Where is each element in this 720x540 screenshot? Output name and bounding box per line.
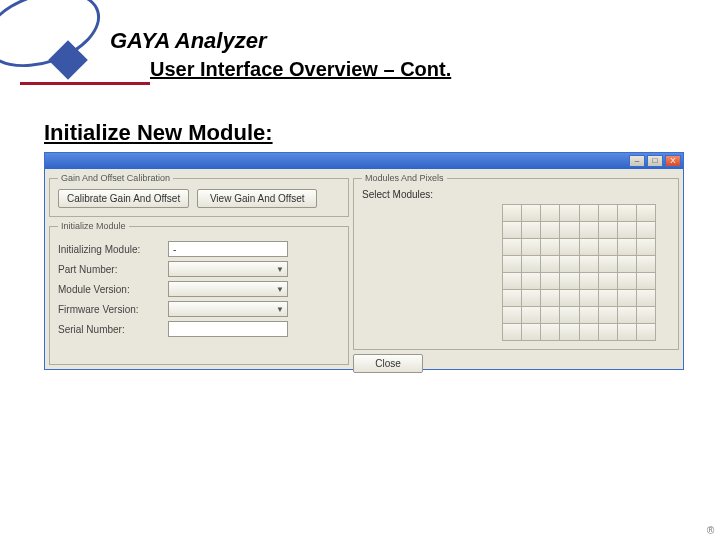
- chevron-down-icon: ▼: [276, 285, 284, 294]
- maximize-button[interactable]: □: [647, 155, 663, 167]
- module-cell[interactable]: [522, 256, 540, 272]
- initializing-module-label: Initializing Module:: [58, 244, 168, 255]
- module-cell[interactable]: [618, 290, 636, 306]
- module-cell[interactable]: [580, 239, 598, 255]
- initializing-module-value: -: [168, 241, 288, 257]
- module-cell[interactable]: [522, 307, 540, 323]
- module-cell[interactable]: [503, 239, 521, 255]
- module-cell[interactable]: [580, 324, 598, 340]
- module-cell[interactable]: [541, 273, 559, 289]
- module-version-label: Module Version:: [58, 284, 168, 295]
- module-cell[interactable]: [599, 273, 617, 289]
- module-cell[interactable]: [560, 307, 578, 323]
- module-cell[interactable]: [637, 324, 655, 340]
- serial-number-value: [168, 321, 288, 337]
- module-cell[interactable]: [637, 222, 655, 238]
- module-cell[interactable]: [580, 273, 598, 289]
- firmware-version-label: Firmware Version:: [58, 304, 168, 315]
- module-cell[interactable]: [541, 290, 559, 306]
- module-cell[interactable]: [541, 222, 559, 238]
- modules-pixels-group: Modules And Pixels Select Modules:: [353, 173, 679, 350]
- module-cell[interactable]: [637, 290, 655, 306]
- module-cell[interactable]: [503, 222, 521, 238]
- module-cell[interactable]: [580, 290, 598, 306]
- module-grid[interactable]: [502, 204, 656, 341]
- module-cell[interactable]: [599, 307, 617, 323]
- module-cell[interactable]: [503, 324, 521, 340]
- module-cell[interactable]: [541, 205, 559, 221]
- module-cell[interactable]: [522, 239, 540, 255]
- calibrate-gain-offset-button[interactable]: Calibrate Gain And Offset: [58, 189, 189, 208]
- module-cell[interactable]: [503, 256, 521, 272]
- module-cell[interactable]: [580, 222, 598, 238]
- module-version-combo[interactable]: ▼: [168, 281, 288, 297]
- module-cell[interactable]: [599, 205, 617, 221]
- module-cell[interactable]: [560, 222, 578, 238]
- slide-subtitle: User Interface Overview – Cont.: [150, 58, 451, 81]
- module-cell[interactable]: [541, 256, 559, 272]
- module-cell[interactable]: [503, 273, 521, 289]
- module-cell[interactable]: [560, 290, 578, 306]
- window-titlebar: – □ X: [45, 153, 683, 169]
- module-cell[interactable]: [560, 239, 578, 255]
- chevron-down-icon: ▼: [276, 305, 284, 314]
- module-cell[interactable]: [618, 273, 636, 289]
- module-cell[interactable]: [503, 307, 521, 323]
- gain-offset-legend: Gain And Offset Calibration: [58, 173, 173, 183]
- module-cell[interactable]: [599, 290, 617, 306]
- module-cell[interactable]: [522, 324, 540, 340]
- part-number-label: Part Number:: [58, 264, 168, 275]
- module-cell[interactable]: [580, 307, 598, 323]
- module-cell[interactable]: [560, 205, 578, 221]
- module-cell[interactable]: [637, 205, 655, 221]
- module-cell[interactable]: [560, 256, 578, 272]
- module-cell[interactable]: [599, 239, 617, 255]
- product-title: GAYA Analyzer: [110, 28, 266, 54]
- module-cell[interactable]: [503, 205, 521, 221]
- module-cell[interactable]: [522, 273, 540, 289]
- module-cell[interactable]: [599, 256, 617, 272]
- minimize-button[interactable]: –: [629, 155, 645, 167]
- module-cell[interactable]: [560, 324, 578, 340]
- module-cell[interactable]: [541, 324, 559, 340]
- initialize-module-group: Initialize Module Initializing Module: -…: [49, 221, 349, 365]
- module-cell[interactable]: [618, 205, 636, 221]
- module-cell[interactable]: [503, 290, 521, 306]
- module-cell[interactable]: [522, 290, 540, 306]
- module-cell[interactable]: [637, 307, 655, 323]
- module-cell[interactable]: [522, 205, 540, 221]
- module-cell[interactable]: [618, 256, 636, 272]
- module-cell[interactable]: [522, 222, 540, 238]
- close-button[interactable]: Close: [353, 354, 423, 373]
- select-modules-label: Select Modules:: [362, 189, 670, 200]
- gain-offset-group: Gain And Offset Calibration Calibrate Ga…: [49, 173, 349, 217]
- chevron-down-icon: ▼: [276, 265, 284, 274]
- modules-pixels-legend: Modules And Pixels: [362, 173, 447, 183]
- window-close-button[interactable]: X: [665, 155, 681, 167]
- slide-header: GAYA Analyzer User Interface Overview – …: [0, 0, 720, 92]
- view-gain-offset-button[interactable]: View Gain And Offset: [197, 189, 317, 208]
- module-cell[interactable]: [599, 324, 617, 340]
- module-cell[interactable]: [541, 239, 559, 255]
- header-red-accent: [20, 82, 150, 85]
- module-cell[interactable]: [637, 273, 655, 289]
- section-title: Initialize New Module:: [44, 120, 720, 146]
- serial-number-label: Serial Number:: [58, 324, 168, 335]
- module-cell[interactable]: [618, 307, 636, 323]
- logo-ellipse-icon: [0, 0, 110, 81]
- module-cell[interactable]: [599, 222, 617, 238]
- module-cell[interactable]: [560, 273, 578, 289]
- firmware-version-combo[interactable]: ▼: [168, 301, 288, 317]
- module-cell[interactable]: [580, 205, 598, 221]
- module-cell[interactable]: [637, 256, 655, 272]
- module-cell[interactable]: [637, 239, 655, 255]
- dialog-window: – □ X Gain And Offset Calibration Calibr…: [44, 152, 684, 370]
- registered-mark: ®: [707, 525, 714, 536]
- module-cell[interactable]: [580, 256, 598, 272]
- module-cell[interactable]: [618, 239, 636, 255]
- module-cell[interactable]: [618, 324, 636, 340]
- module-cell[interactable]: [618, 222, 636, 238]
- module-cell[interactable]: [541, 307, 559, 323]
- part-number-combo[interactable]: ▼: [168, 261, 288, 277]
- initialize-module-legend: Initialize Module: [58, 221, 129, 231]
